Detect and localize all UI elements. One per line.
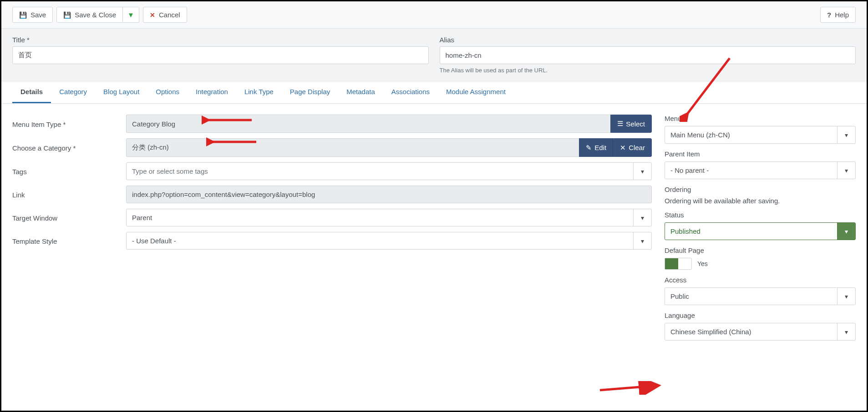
- language-value: Chinese Simplified (China): [665, 323, 837, 340]
- tab-metadata[interactable]: Metadata: [338, 81, 383, 103]
- save-dropdown-button[interactable]: ▼: [123, 7, 139, 23]
- default-page-toggle[interactable]: [665, 258, 692, 270]
- menu-value: Main Menu (zh-CN): [665, 126, 837, 143]
- target-window-label: Target Window: [12, 213, 126, 222]
- save-close-button[interactable]: 💾 Save & Close: [56, 7, 123, 23]
- target-window-value: Parent: [127, 209, 633, 226]
- title-field-block: Title *: [12, 36, 429, 74]
- tabs: Details Category Blog Layout Options Int…: [1, 81, 867, 104]
- template-style-row: Template Style - Use Default - ▾: [12, 232, 652, 250]
- cancel-icon: ✕: [150, 11, 155, 19]
- menu-label: Menu *: [665, 115, 856, 122]
- toolbar: 💾 Save 💾 Save & Close ▼ ✕ Cancel ? Help: [1, 1, 867, 29]
- save-icon: 💾: [63, 11, 71, 19]
- language-select[interactable]: Chinese Simplified (China) ▾: [665, 323, 856, 341]
- help-label: Help: [835, 11, 849, 19]
- default-page-label: Default Page: [665, 246, 856, 254]
- select-label: Select: [626, 120, 645, 128]
- chevron-down-icon: ▾: [633, 232, 651, 249]
- link-label: Link: [12, 190, 126, 199]
- tags-row: Tags Type or select some tags ▾: [12, 162, 652, 180]
- chevron-down-icon: ▾: [837, 223, 855, 240]
- chevron-down-icon: ▾: [837, 162, 855, 179]
- menu-select[interactable]: Main Menu (zh-CN) ▾: [665, 126, 856, 144]
- menu-item-type-label: Menu Item Type *: [12, 120, 126, 128]
- edit-icon: ✎: [586, 144, 592, 152]
- save-icon: 💾: [19, 11, 27, 19]
- tab-associations[interactable]: Associations: [383, 81, 438, 103]
- tab-page-display[interactable]: Page Display: [282, 81, 338, 103]
- ordering-desc: Ordering will be available after saving.: [665, 197, 856, 205]
- access-label: Access: [665, 276, 856, 284]
- link-value: index.php?option=com_content&view=catego…: [126, 186, 652, 203]
- status-select[interactable]: Published ▾: [665, 222, 856, 240]
- choose-category-value: 分类 (zh-cn): [126, 138, 579, 157]
- access-select[interactable]: Public ▾: [665, 287, 856, 305]
- chevron-down-icon: ▼: [127, 11, 134, 19]
- status-value: Published: [665, 223, 837, 240]
- tab-options[interactable]: Options: [147, 81, 188, 103]
- help-button[interactable]: ? Help: [820, 7, 856, 23]
- content: Menu Item Type * Category Blog ☰ Select …: [1, 104, 867, 352]
- clear-label: Clear: [629, 144, 645, 151]
- save-button[interactable]: 💾 Save: [12, 7, 53, 23]
- title-label: Title *: [12, 36, 429, 44]
- side-column: Menu * Main Menu (zh-CN) ▾ Parent Item -…: [665, 115, 856, 341]
- help-icon: ?: [827, 11, 831, 19]
- template-style-value: - Use Default -: [127, 232, 633, 249]
- svg-line-3: [600, 386, 657, 390]
- arrow-annotation: [598, 381, 661, 395]
- chevron-down-icon: ▾: [633, 163, 651, 180]
- menu-item-type-row: Menu Item Type * Category Blog ☰ Select: [12, 115, 652, 133]
- choose-category-row: Choose a Category * 分类 (zh-cn) ✎ Edit ✕ …: [12, 138, 652, 157]
- tab-link-type[interactable]: Link Type: [236, 81, 282, 103]
- alias-label: Alias: [440, 36, 856, 44]
- access-value: Public: [665, 288, 837, 305]
- template-style-select[interactable]: - Use Default - ▾: [126, 232, 652, 250]
- parent-value: - No parent -: [665, 162, 837, 179]
- toggle-on: [665, 258, 678, 269]
- clear-category-button[interactable]: ✕ Clear: [613, 138, 652, 157]
- parent-label: Parent Item: [665, 150, 856, 158]
- choose-category-label: Choose a Category *: [12, 143, 126, 152]
- save-close-label: Save & Close: [75, 11, 116, 19]
- language-label: Language: [665, 312, 856, 319]
- tab-module-assignment[interactable]: Module Assignment: [438, 81, 514, 103]
- tags-placeholder: Type or select some tags: [127, 163, 633, 180]
- save-close-group: 💾 Save & Close ▼: [56, 7, 139, 23]
- tab-integration[interactable]: Integration: [188, 81, 236, 103]
- alias-input[interactable]: [440, 46, 856, 64]
- edit-category-button[interactable]: ✎ Edit: [579, 138, 613, 157]
- alias-field-block: Alias The Alias will be used as part of …: [440, 36, 856, 74]
- cancel-label: Cancel: [159, 11, 180, 19]
- parent-select[interactable]: - No parent - ▾: [665, 161, 856, 179]
- clear-icon: ✕: [620, 144, 626, 152]
- header-fields: Title * Alias The Alias will be used as …: [1, 29, 867, 81]
- edit-label: Edit: [594, 144, 606, 151]
- chevron-down-icon: ▾: [837, 288, 855, 305]
- tab-category[interactable]: Category: [51, 81, 95, 103]
- link-row: Link index.php?option=com_content&view=c…: [12, 186, 652, 203]
- toggle-off: [678, 258, 691, 269]
- cancel-button[interactable]: ✕ Cancel: [143, 7, 187, 23]
- status-label: Status: [665, 211, 856, 219]
- tags-label: Tags: [12, 167, 126, 176]
- tab-blog-layout[interactable]: Blog Layout: [95, 81, 147, 103]
- template-style-label: Template Style: [12, 236, 126, 245]
- chevron-down-icon: ▾: [837, 126, 855, 143]
- chevron-down-icon: ▾: [633, 209, 651, 226]
- list-icon: ☰: [617, 120, 623, 128]
- tags-select[interactable]: Type or select some tags ▾: [126, 162, 652, 180]
- save-label: Save: [30, 11, 46, 19]
- menu-item-type-value: Category Blog: [126, 115, 610, 133]
- title-input[interactable]: [12, 46, 429, 64]
- chevron-down-icon: ▾: [837, 323, 855, 340]
- main-column: Menu Item Type * Category Blog ☰ Select …: [12, 115, 652, 341]
- alias-helptext: The Alias will be used as part of the UR…: [440, 67, 856, 74]
- default-page-value: Yes: [697, 260, 708, 267]
- select-type-button[interactable]: ☰ Select: [610, 115, 652, 133]
- ordering-label: Ordering: [665, 186, 856, 193]
- tab-details[interactable]: Details: [12, 81, 51, 103]
- target-window-row: Target Window Parent ▾: [12, 209, 652, 226]
- target-window-select[interactable]: Parent ▾: [126, 209, 652, 226]
